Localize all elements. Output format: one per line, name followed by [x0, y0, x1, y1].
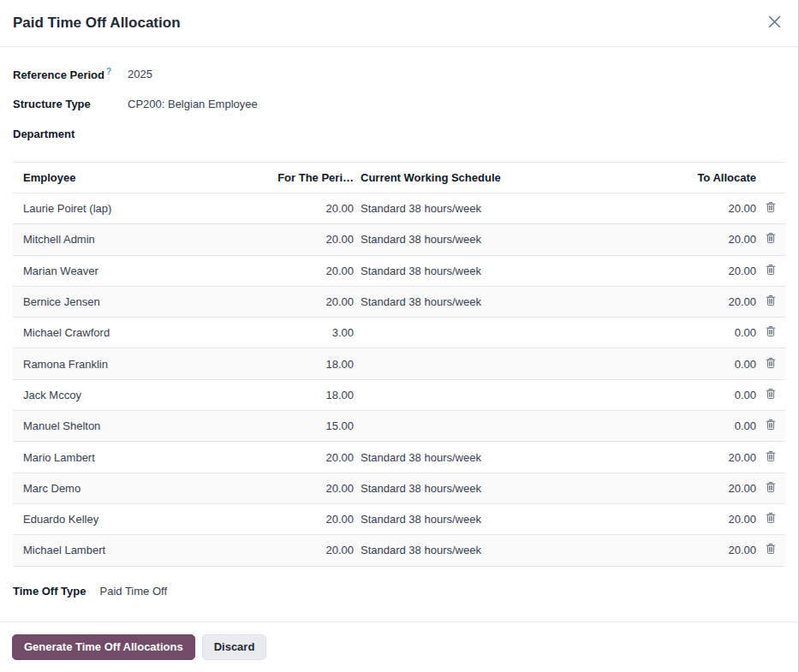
- employee-cell[interactable]: Mitchell Admin: [13, 233, 275, 246]
- employee-cell[interactable]: Marian Weaver: [13, 265, 275, 277]
- trash-icon: [766, 512, 776, 526]
- employee-cell[interactable]: Eduardo Kelley: [13, 513, 275, 526]
- delete-row-button[interactable]: [764, 479, 778, 497]
- employee-cell[interactable]: Manuel Shelton: [13, 419, 275, 432]
- schedule-cell[interactable]: Standard 38 hours/week: [354, 482, 679, 495]
- table-row: Jack Mccoy 18.00 0.00: [13, 380, 785, 411]
- trash-icon: [766, 357, 776, 372]
- dialog-footer: Generate Time Off Allocations Discard: [0, 621, 798, 672]
- table-row: Mitchell Admin 20.00 Standard 38 hours/w…: [13, 224, 785, 255]
- help-icon[interactable]: ?: [106, 67, 111, 76]
- delete-row-button[interactable]: [764, 541, 778, 559]
- close-icon: [768, 15, 781, 31]
- table-row: Michael Lambert 20.00 Standard 38 hours/…: [13, 535, 785, 566]
- field-department: Department: [13, 119, 785, 149]
- employee-cell[interactable]: Ramona Franklin: [13, 358, 275, 371]
- trash-icon: [766, 543, 776, 557]
- column-header-current-working-schedule: Current Working Schedule: [354, 171, 679, 184]
- employee-cell[interactable]: Laurie Poiret (lap): [13, 202, 275, 215]
- period-cell[interactable]: 20.00: [275, 233, 354, 246]
- schedule-cell[interactable]: Standard 38 hours/week: [354, 295, 679, 308]
- allocation-table-header: Employee For The Peri… Current Working S…: [13, 163, 785, 193]
- department-label: Department: [13, 128, 128, 140]
- schedule-cell[interactable]: Standard 38 hours/week: [354, 451, 679, 464]
- delete-row-button[interactable]: [764, 417, 778, 435]
- trash-icon: [766, 325, 776, 340]
- column-header-to-allocate: To Allocate: [679, 171, 756, 184]
- schedule-cell[interactable]: Standard 38 hours/week: [354, 265, 679, 277]
- table-row: Manuel Shelton 15.00 0.00: [13, 411, 785, 442]
- table-row: Mario Lambert 20.00 Standard 38 hours/we…: [13, 442, 785, 473]
- allocate-cell[interactable]: 20.00: [679, 544, 756, 556]
- period-cell[interactable]: 20.00: [275, 295, 354, 308]
- allocate-cell[interactable]: 20.00: [679, 233, 756, 246]
- trash-icon: [766, 450, 776, 465]
- period-cell[interactable]: 20.00: [275, 513, 354, 526]
- close-button[interactable]: [764, 13, 784, 33]
- period-cell[interactable]: 3.00: [275, 326, 354, 339]
- table-row: Ramona Franklin 18.00 0.00: [13, 348, 785, 379]
- period-cell[interactable]: 20.00: [275, 265, 354, 277]
- dialog-title: Paid Time Off Allocation: [13, 15, 764, 32]
- period-cell[interactable]: 18.00: [275, 389, 354, 401]
- allocate-cell[interactable]: 0.00: [679, 389, 756, 401]
- delete-row-button[interactable]: [764, 386, 778, 404]
- schedule-cell[interactable]: Standard 38 hours/week: [354, 233, 679, 246]
- period-cell[interactable]: 20.00: [275, 482, 354, 495]
- allocate-cell[interactable]: 20.00: [679, 482, 756, 495]
- delete-row-button[interactable]: [764, 262, 778, 280]
- employee-cell[interactable]: Marc Demo: [13, 482, 275, 495]
- allocate-cell[interactable]: 20.00: [679, 513, 756, 526]
- generate-time-off-allocations-button[interactable]: Generate Time Off Allocations: [12, 634, 195, 660]
- structure-type-label: Structure Type: [13, 98, 128, 110]
- allocate-cell[interactable]: 20.00: [679, 202, 756, 215]
- trash-icon: [766, 264, 776, 278]
- delete-row-button[interactable]: [764, 449, 778, 467]
- schedule-cell[interactable]: Standard 38 hours/week: [354, 513, 679, 526]
- period-cell[interactable]: 18.00: [275, 358, 354, 371]
- employee-cell[interactable]: Michael Lambert: [13, 544, 275, 556]
- delete-row-button[interactable]: [764, 199, 778, 217]
- delete-row-button[interactable]: [764, 510, 778, 528]
- column-header-for-the-period: For The Peri…: [275, 171, 354, 184]
- trash-icon: [766, 419, 776, 433]
- employee-cell[interactable]: Michael Crawford: [13, 326, 275, 339]
- dialog-body: Reference Period? 2025 Structure Type CP…: [0, 47, 798, 606]
- structure-type-value[interactable]: CP200: Belgian Employee: [128, 98, 785, 110]
- allocate-cell[interactable]: 0.00: [679, 419, 756, 432]
- employee-cell[interactable]: Mario Lambert: [13, 451, 275, 464]
- discard-button[interactable]: Discard: [202, 634, 267, 660]
- employee-cell[interactable]: Jack Mccoy: [13, 389, 275, 401]
- delete-row-button[interactable]: [764, 324, 778, 342]
- dialog-header: Paid Time Off Allocation: [0, 0, 798, 47]
- employee-cell[interactable]: Bernice Jensen: [13, 295, 275, 308]
- field-structure-type: Structure Type CP200: Belgian Employee: [13, 89, 785, 119]
- delete-row-button[interactable]: [764, 355, 778, 373]
- time-off-type-value[interactable]: Paid Time Off: [99, 585, 167, 598]
- period-cell[interactable]: 15.00: [275, 419, 354, 432]
- period-cell[interactable]: 20.00: [275, 202, 354, 215]
- field-reference-period: Reference Period? 2025: [13, 59, 785, 89]
- allocate-cell[interactable]: 0.00: [679, 326, 756, 339]
- table-row: Bernice Jensen 20.00 Standard 38 hours/w…: [13, 287, 785, 318]
- allocate-cell[interactable]: 0.00: [679, 358, 756, 371]
- schedule-cell[interactable]: Standard 38 hours/week: [354, 202, 679, 215]
- period-cell[interactable]: 20.00: [275, 544, 354, 556]
- paid-time-off-allocation-dialog: Paid Time Off Allocation Reference Perio…: [0, 0, 799, 672]
- column-header-employee: Employee: [13, 171, 275, 184]
- allocate-cell[interactable]: 20.00: [679, 265, 756, 277]
- reference-period-label: Reference Period?: [13, 67, 128, 81]
- field-time-off-type: Time Off Type Paid Time Off: [13, 576, 785, 606]
- allocate-cell[interactable]: 20.00: [679, 295, 756, 308]
- allocate-cell[interactable]: 20.00: [679, 451, 756, 464]
- time-off-type-label: Time Off Type: [13, 585, 86, 598]
- allocation-table: Employee For The Peri… Current Working S…: [13, 162, 785, 567]
- reference-period-value[interactable]: 2025: [128, 68, 785, 80]
- delete-row-button[interactable]: [764, 293, 778, 311]
- period-cell[interactable]: 20.00: [275, 451, 354, 464]
- table-row: Marc Demo 20.00 Standard 38 hours/week 2…: [13, 473, 785, 504]
- schedule-cell[interactable]: Standard 38 hours/week: [354, 544, 679, 556]
- delete-row-button[interactable]: [764, 230, 778, 248]
- table-row: Marian Weaver 20.00 Standard 38 hours/we…: [13, 256, 785, 287]
- table-row: Michael Crawford 3.00 0.00: [13, 318, 785, 348]
